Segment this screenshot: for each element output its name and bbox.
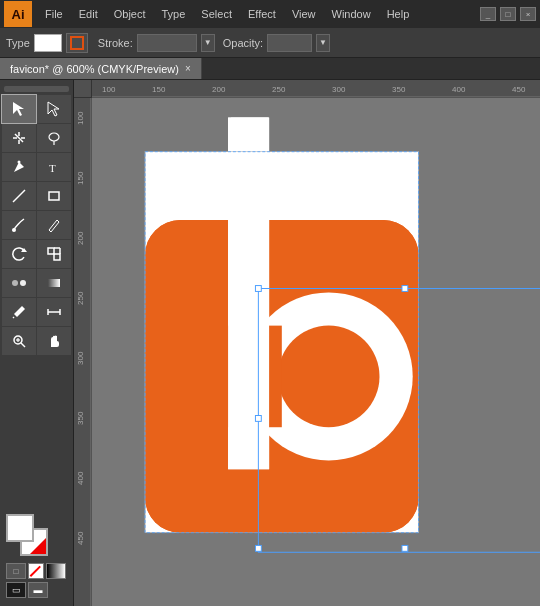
- rotate-tool[interactable]: [2, 240, 36, 268]
- ruler-vertical: 100 150 200 250 300 350 400 450: [74, 80, 92, 606]
- svg-rect-69: [255, 545, 261, 551]
- scale-tool[interactable]: [37, 240, 71, 268]
- svg-text:300: 300: [332, 85, 346, 94]
- svg-text:250: 250: [76, 291, 85, 305]
- stroke-icon[interactable]: [66, 33, 88, 53]
- minimize-button[interactable]: _: [480, 7, 496, 21]
- menu-effect[interactable]: Effect: [241, 5, 283, 23]
- opacity-label: Opacity:: [223, 37, 263, 49]
- swatch-mode-row: □: [6, 563, 67, 579]
- type-label: Type: [6, 37, 30, 49]
- fill-color-box[interactable]: [34, 34, 62, 52]
- fill-mode-button[interactable]: □: [6, 563, 26, 579]
- top-toolbar: Type Stroke: ▼ Opacity: 100% ▼: [0, 28, 540, 58]
- svg-point-10: [18, 161, 21, 164]
- menu-window[interactable]: Window: [325, 5, 378, 23]
- lasso-tool[interactable]: [37, 124, 71, 152]
- pencil-tool[interactable]: [37, 211, 71, 239]
- direct-select-tool[interactable]: [37, 95, 71, 123]
- svg-rect-70: [402, 545, 408, 551]
- svg-rect-67: [402, 286, 408, 292]
- blend-tool[interactable]: [2, 269, 36, 297]
- canvas-area[interactable]: 100 150 200 250 300 350 400 450 100 150 …: [74, 80, 540, 606]
- svg-marker-2: [48, 102, 59, 116]
- paintbrush-tool[interactable]: [2, 211, 36, 239]
- menu-edit[interactable]: Edit: [72, 5, 105, 23]
- tool-row-7: [2, 269, 71, 297]
- svg-text:350: 350: [76, 411, 85, 425]
- measure-tool[interactable]: [37, 298, 71, 326]
- document-tab[interactable]: favicon* @ 600% (CMYK/Preview) ×: [0, 58, 202, 79]
- menu-type[interactable]: Type: [155, 5, 193, 23]
- maximize-button[interactable]: □: [500, 7, 516, 21]
- svg-text:300: 300: [76, 351, 85, 365]
- svg-text:450: 450: [76, 531, 85, 545]
- stroke-label: Stroke:: [98, 37, 133, 49]
- app-logo: Ai: [4, 1, 32, 27]
- opacity-dropdown-arrow[interactable]: ▼: [316, 34, 330, 52]
- svg-point-14: [12, 228, 16, 232]
- tool-row-9: [2, 327, 71, 355]
- svg-text:450: 450: [512, 85, 526, 94]
- svg-text:200: 200: [212, 85, 226, 94]
- rect-tool[interactable]: [37, 182, 71, 210]
- full-screen-mode[interactable]: ▬: [28, 582, 48, 598]
- ruler-horizontal: 100 150 200 250 300 350 400 450: [74, 80, 540, 98]
- svg-line-28: [21, 343, 25, 347]
- pen-tool[interactable]: [2, 153, 36, 181]
- type-tool[interactable]: T: [37, 153, 71, 181]
- svg-rect-22: [48, 279, 60, 287]
- svg-point-8: [49, 133, 59, 141]
- line-tool[interactable]: [2, 182, 36, 210]
- svg-rect-72: [255, 416, 261, 422]
- svg-rect-66: [255, 286, 261, 292]
- hand-tool[interactable]: [37, 327, 71, 355]
- tab-close-button[interactable]: ×: [185, 63, 191, 74]
- magic-wand-tool[interactable]: [2, 124, 36, 152]
- opacity-input[interactable]: 100%: [267, 34, 312, 52]
- svg-text:400: 400: [76, 471, 85, 485]
- svg-text:100: 100: [102, 85, 116, 94]
- tool-row-2: [2, 124, 71, 152]
- artwork-canvas: [92, 98, 540, 606]
- gradient-swatch[interactable]: [46, 563, 66, 579]
- zoom-tool[interactable]: [2, 327, 36, 355]
- foreground-color-swatch[interactable]: [6, 514, 34, 542]
- svg-rect-63: [228, 118, 269, 470]
- tool-row-5: [2, 211, 71, 239]
- svg-point-21: [20, 280, 26, 286]
- view-mode-row: ▭ ▬: [6, 582, 67, 598]
- svg-text:150: 150: [152, 85, 166, 94]
- window-controls: _ □ ×: [480, 7, 536, 21]
- tab-bar: favicon* @ 600% (CMYK/Preview) ×: [0, 58, 540, 80]
- svg-rect-13: [49, 192, 59, 200]
- tool-row-3: T: [2, 153, 71, 181]
- tools-panel: T: [0, 80, 74, 606]
- menu-help[interactable]: Help: [380, 5, 417, 23]
- close-button[interactable]: ×: [520, 7, 536, 21]
- menu-select[interactable]: Select: [194, 5, 239, 23]
- svg-point-61: [278, 326, 380, 428]
- tool-row-4: [2, 182, 71, 210]
- eyedropper-tool[interactable]: [2, 298, 36, 326]
- svg-marker-1: [13, 102, 24, 116]
- svg-line-12: [13, 190, 25, 202]
- svg-text:150: 150: [76, 171, 85, 185]
- svg-text:T: T: [49, 162, 56, 174]
- ruler-corner: [74, 80, 92, 98]
- menu-object[interactable]: Object: [107, 5, 153, 23]
- menu-file[interactable]: File: [38, 5, 70, 23]
- menu-view[interactable]: View: [285, 5, 323, 23]
- svg-text:350: 350: [392, 85, 406, 94]
- tool-row-8: [2, 298, 71, 326]
- menu-bar: Ai File Edit Object Type Select Effect V…: [0, 0, 540, 28]
- select-tool[interactable]: [2, 95, 36, 123]
- stroke-input[interactable]: [137, 34, 197, 52]
- stroke-dropdown-arrow[interactable]: ▼: [201, 34, 215, 52]
- screen-mode-button[interactable]: ▭: [6, 582, 26, 598]
- svg-rect-16: [48, 248, 54, 254]
- none-stroke-button[interactable]: [28, 563, 44, 579]
- svg-text:100: 100: [76, 111, 85, 125]
- svg-line-23: [13, 317, 14, 318]
- gradient-tool[interactable]: [37, 269, 71, 297]
